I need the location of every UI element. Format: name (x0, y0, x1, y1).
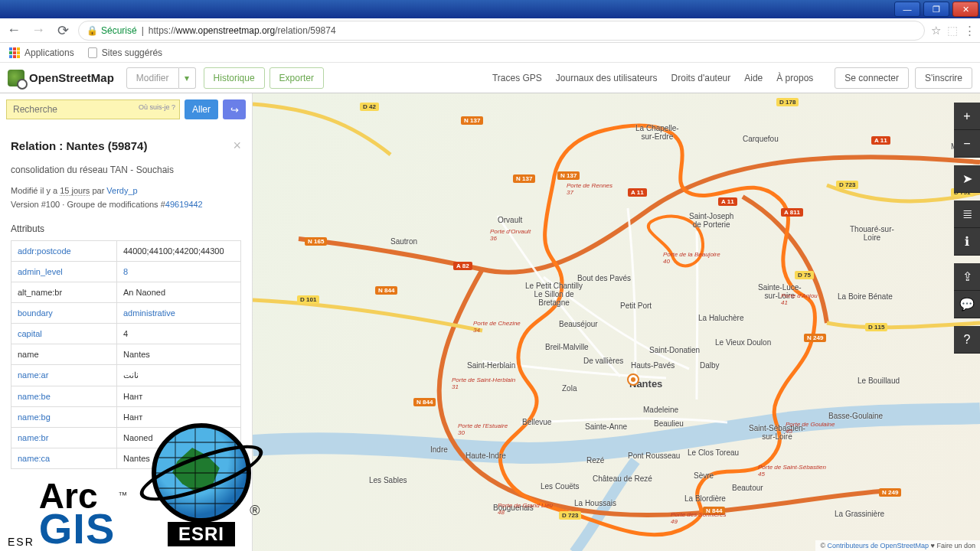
map-canvas[interactable]: La Chapelle- sur-ErdreCarquefouOrvaultSa… (253, 93, 980, 551)
table-row: name:brNaoned (11, 428, 241, 448)
export-button[interactable]: Exporter (270, 67, 324, 89)
query-features-button[interactable]: ? (954, 326, 980, 354)
place-label: Haute-Indre (466, 452, 506, 460)
changeset-link[interactable]: 49619442 (165, 200, 203, 209)
map-controls: + − ➤ ≣ ℹ ⇪ 💬 ? (954, 103, 980, 354)
window-minimize-button[interactable]: — (894, 2, 920, 17)
browser-toolbar: ← → ⟳ 🔒 Sécurisé | https://www.openstree… (0, 18, 980, 43)
reload-button[interactable]: ⟳ (54, 21, 72, 40)
road-shield: N 137 (461, 116, 483, 125)
porte-label: Porte de Goulaine 45 (786, 421, 835, 435)
place-label: Rezé (586, 456, 604, 465)
feature-panel: Relation : Nantes (59874) × consolidatio… (0, 126, 252, 551)
attributes-table: addr:postcode44000;44100;44200;44300admi… (11, 240, 241, 469)
porte-label: Porte de la Beaujoire 40 (663, 251, 720, 265)
address-bar[interactable]: 🔒 Sécurisé | https://www.openstreetmap.o… (78, 21, 925, 41)
attr-key: boundary (11, 303, 117, 324)
nav-help[interactable]: Aide (744, 73, 763, 83)
road-shield: D 101 (297, 295, 319, 304)
road-shield: A 811 (781, 208, 803, 217)
author-link[interactable]: Verdy_p (106, 186, 137, 195)
suggested-sites-shortcut[interactable]: Sites suggérés (88, 47, 162, 58)
back-button[interactable]: ← (5, 21, 23, 40)
place-label: La Houssais (574, 499, 616, 507)
place-label: Madeleine (643, 406, 678, 414)
go-button[interactable]: Aller (185, 99, 218, 119)
where-am-i-link[interactable]: Où suis-je ? (139, 103, 175, 111)
layers-button[interactable]: ≣ (954, 201, 980, 228)
table-row: addr:postcode44000;44100;44200;44300 (11, 241, 241, 262)
attr-key: name:ca (11, 448, 117, 469)
zoom-out-button[interactable]: − (954, 130, 980, 158)
nav-user-diaries[interactable]: Journaux des utilisateurs (556, 73, 658, 83)
place-label: Indre (430, 445, 448, 454)
osm-header: OpenStreetMap Modifier ▾ Historique Expo… (0, 63, 980, 93)
table-row: boundaryadministrative (11, 303, 241, 324)
edit-dropdown[interactable]: ▾ (179, 67, 196, 89)
share-button[interactable]: ⇪ (954, 263, 980, 291)
table-row: name:arنانت (11, 365, 241, 386)
osm-logo[interactable]: OpenStreetMap (8, 70, 114, 86)
history-button[interactable]: Historique (204, 67, 265, 89)
attribution-link[interactable]: Contributeurs de OpenStreetMap (828, 542, 929, 549)
add-note-button[interactable]: 💬 (954, 291, 980, 318)
directions-button[interactable]: ↪ (223, 99, 246, 119)
star-icon[interactable]: ☆ (931, 24, 941, 37)
road-shield: N 249 (879, 488, 901, 497)
directions-icon: ↪ (230, 104, 239, 116)
bookmarks-bar: Applications Sites suggérés (0, 43, 980, 63)
attr-key: capital (11, 324, 117, 344)
attributes-heading: Attributs (11, 223, 241, 234)
kebab-menu-icon[interactable]: ⋮ (964, 24, 975, 37)
login-button[interactable]: Se connecter (835, 67, 909, 89)
locate-button[interactable]: ➤ (954, 165, 980, 193)
attr-value: 4 (117, 324, 241, 344)
attr-key: name:be (11, 386, 117, 407)
place-label: La Chapelle- sur-Erdre (635, 124, 679, 141)
table-row: nameNantes (11, 344, 241, 365)
window-maximize-button[interactable]: ❐ (923, 2, 949, 17)
signup-button[interactable]: S'inscrire (915, 67, 972, 89)
nav-about[interactable]: À propos (776, 73, 813, 83)
sidebar: Où suis-je ? Aller ↪ Relation : Nantes (… (0, 93, 253, 551)
windows-titlebar: — ❐ ✕ (0, 0, 980, 18)
road-shield: D 115 (865, 323, 887, 331)
place-label: Breil-Malville (545, 343, 589, 351)
place-label: Saint-Joseph de Porterie (689, 212, 733, 229)
place-label: Petit Port (620, 302, 652, 310)
place-label: Hauts-Pavés (631, 361, 675, 370)
place-label: Les Sables (369, 476, 407, 484)
nav-gps-traces[interactable]: Traces GPS (492, 73, 542, 83)
zoom-in-button[interactable]: + (954, 103, 980, 130)
table-row: name:caNantes (11, 448, 241, 469)
edit-button[interactable]: Modifier (126, 67, 179, 89)
place-label: Pont Rousseau (628, 452, 680, 460)
road-shield: A 11 (718, 197, 737, 206)
attr-value: 8 (117, 262, 241, 282)
attr-key: name:bg (11, 407, 117, 428)
attr-value: Nantes (117, 448, 241, 469)
forward-button[interactable]: → (29, 21, 47, 40)
place-label: La Haluchère (698, 314, 743, 322)
map-key-button[interactable]: ℹ (954, 228, 980, 256)
place-label: Le Clos Toreau (688, 448, 739, 457)
close-icon[interactable]: × (233, 138, 241, 154)
window-close-button[interactable]: ✕ (952, 2, 978, 17)
place-label: La Boire Bénate (838, 292, 893, 301)
apps-shortcut[interactable]: Applications (9, 47, 74, 58)
road-shield: D 723 (559, 511, 581, 520)
attr-key: admin_level (11, 262, 117, 282)
main: Où suis-je ? Aller ↪ Relation : Nantes (… (0, 93, 980, 551)
place-label: Le Vieux Doulon (715, 338, 771, 347)
secure-indicator: 🔒 Sécurisé (87, 25, 137, 36)
map-attribution: © Contributeurs de OpenStreetMap ♥ Faire… (815, 540, 980, 551)
place-label: Carquefou (743, 135, 779, 143)
osm-nav: Traces GPS Journaux des utilisateurs Dro… (492, 67, 972, 89)
place-label: De vallières (583, 357, 623, 365)
pdf-icon[interactable]: ⬚ (947, 24, 958, 37)
file-icon (88, 47, 97, 58)
nav-copyright[interactable]: Droits d'auteur (671, 73, 731, 83)
table-row: name:bgНант (11, 407, 241, 428)
place-label: Thouaré-sur- Loire (850, 225, 894, 242)
attr-value: 44000;44100;44200;44300 (117, 241, 241, 262)
